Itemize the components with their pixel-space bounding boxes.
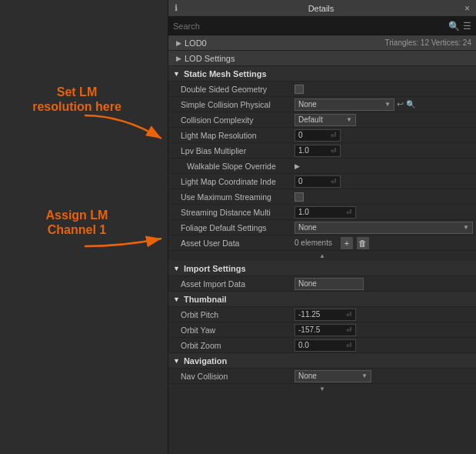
light-map-resolution-spin-icon: ⏎ <box>331 132 337 139</box>
foliage-default-row: Foliage Default Settings None ▼ <box>168 220 476 235</box>
asset-user-data-remove-button[interactable]: 🗑 <box>357 237 369 249</box>
panel-title: Details <box>308 4 335 13</box>
streaming-distance-value: 1.0 ⏎ <box>295 206 473 219</box>
simple-collision-dropdown-arrow-icon: ▼ <box>384 101 391 108</box>
orbit-yaw-spin-icon: ⏎ <box>346 326 352 334</box>
search-input[interactable] <box>173 22 445 31</box>
streaming-distance-input[interactable]: 1.0 ⏎ <box>295 206 356 219</box>
double-sided-geometry-row: Double Sided Geometry <box>168 82 476 97</box>
lpv-bias-multiplier-row: Lpv Bias Multiplier 1.0 ⏎ <box>168 143 476 159</box>
foliage-default-dropdown[interactable]: None ▼ <box>295 222 473 234</box>
triangle-info: Triangles: 12 Vertices: 24 <box>385 38 471 47</box>
light-map-coordinate-spin-icon: ⏎ <box>331 178 337 185</box>
orbit-pitch-row: Orbit Pitch -11.25 ⏎ <box>168 307 476 322</box>
collision-complexity-row: Collision Complexity Default ▼ <box>168 112 476 128</box>
light-map-coordinate-num: 0 <box>298 177 303 185</box>
thumbnail-arrow-icon: ▼ <box>173 295 180 303</box>
lod0-arrow-icon: ▶ <box>176 39 181 47</box>
orbit-zoom-label: Orbit Zoom <box>171 341 295 350</box>
double-sided-geometry-value <box>295 85 473 94</box>
nav-collision-row: Nav Collision None ▼ <box>168 369 476 384</box>
asset-user-data-add-button[interactable]: + <box>341 237 353 249</box>
lod0-header[interactable]: ▶ LOD0 Triangles: 12 Vertices: 24 <box>168 35 476 51</box>
simple-collision-physical-label: Simple Collision Physical <box>171 100 295 109</box>
light-map-coordinate-input[interactable]: 0 ⏎ <box>295 175 341 188</box>
walkable-slope-row[interactable]: Walkable Slope Override ▶ <box>168 159 476 174</box>
asset-import-data-dropdown[interactable]: None <box>295 278 364 290</box>
annotation-panel: Set LMresolution here Assign LMChannel 1 <box>0 0 168 454</box>
simple-collision-physical-row: Simple Collision Physical None ▼ ↩ 🔍 <box>168 97 476 112</box>
collision-complexity-dropdown[interactable]: Default ▼ <box>295 114 356 126</box>
light-map-resolution-label: Light Map Resolution <box>171 131 295 140</box>
orbit-pitch-input[interactable]: -11.25 ⏎ <box>295 309 356 321</box>
streaming-distance-label: Streaming Distance Multi <box>171 208 295 217</box>
import-settings-header[interactable]: ▼ Import Settings <box>168 261 476 276</box>
asset-user-data-label: Asset User Data <box>171 239 295 248</box>
simple-collision-dropdown-value: None <box>298 100 317 108</box>
static-mesh-settings-header[interactable]: ▼ Static Mesh Settings <box>168 66 476 82</box>
collision-complexity-dropdown-value: Default <box>298 115 323 124</box>
orbit-yaw-label: Orbit Yaw <box>171 325 295 335</box>
light-map-resolution-value: 0 ⏎ <box>295 129 473 142</box>
use-maximum-streaming-checkbox[interactable] <box>295 192 304 202</box>
import-settings-arrow-icon: ▼ <box>173 265 180 272</box>
static-mesh-settings-label: Static Mesh Settings <box>184 69 267 78</box>
lpv-bias-multiplier-num: 1.0 <box>298 146 309 155</box>
expand-down-icon: ▼ <box>319 386 325 392</box>
lpv-bias-multiplier-value: 1.0 ⏎ <box>295 145 473 157</box>
orbit-zoom-row: Orbit Zoom 0.0 ⏎ <box>168 338 476 353</box>
thumbnail-label: Thumbnail <box>184 295 227 304</box>
lpv-bias-spin-icon: ⏎ <box>331 147 337 155</box>
asset-import-data-value: None <box>295 278 473 290</box>
search-bar: 🔍 ☰ <box>168 17 476 35</box>
lpv-bias-multiplier-input[interactable]: 1.0 ⏎ <box>295 145 341 157</box>
use-maximum-streaming-row: Use Maximum Streaming <box>168 189 476 205</box>
light-map-resolution-row: Light Map Resolution 0 ⏎ <box>168 128 476 143</box>
orbit-zoom-value: 0.0 ⏎ <box>295 339 473 352</box>
simple-collision-reset-icon[interactable]: ↩ <box>397 99 404 109</box>
double-sided-geometry-checkbox[interactable] <box>295 85 304 94</box>
collision-complexity-dropdown-arrow-icon: ▼ <box>346 116 352 123</box>
orbit-pitch-label: Orbit Pitch <box>171 310 295 319</box>
lpv-bias-multiplier-label: Lpv Bias Multiplier <box>171 146 295 155</box>
walkable-slope-label: Walkable Slope Override <box>171 162 295 171</box>
orbit-pitch-num: -11.25 <box>298 310 320 319</box>
light-map-coordinate-row: Light Map Coordinate Inde 0 ⏎ <box>168 174 476 189</box>
navigation-header[interactable]: ▼ Navigation <box>168 353 476 369</box>
thumbnail-header[interactable]: ▼ Thumbnail <box>168 292 476 307</box>
orbit-zoom-spin-icon: ⏎ <box>346 342 352 349</box>
nav-collision-dropdown[interactable]: None ▼ <box>295 370 371 382</box>
orbit-yaw-row: Orbit Yaw -157.5 ⏎ <box>168 322 476 338</box>
orbit-yaw-value: -157.5 ⏎ <box>295 324 473 336</box>
use-maximum-streaming-value <box>295 192 473 202</box>
close-button[interactable]: × <box>464 3 470 14</box>
orbit-yaw-num: -157.5 <box>298 325 320 334</box>
double-sided-geometry-label: Double Sided Geometry <box>171 85 295 94</box>
import-settings-label: Import Settings <box>184 264 246 273</box>
simple-collision-dropdown[interactable]: None ▼ <box>295 98 394 111</box>
simple-collision-search-icon[interactable]: 🔍 <box>406 100 415 108</box>
scroll-up-icon: ▲ <box>319 252 325 259</box>
walkable-slope-arrow-icon: ▶ <box>295 162 300 170</box>
light-map-resolution-input[interactable]: 0 ⏎ <box>295 129 341 142</box>
orbit-zoom-num: 0.0 <box>298 341 309 349</box>
filter-icon[interactable]: ☰ <box>463 21 471 32</box>
orbit-yaw-input[interactable]: -157.5 ⏎ <box>295 324 356 336</box>
orbit-zoom-input[interactable]: 0.0 ⏎ <box>295 339 356 352</box>
sms-arrow-icon: ▼ <box>173 70 180 78</box>
light-map-coordinate-label: Light Map Coordinate Inde <box>171 177 295 186</box>
collision-complexity-label: Collision Complexity <box>171 115 295 125</box>
asset-import-data-row: Asset Import Data None <box>168 276 476 292</box>
lm-channel-arrow <box>77 223 169 262</box>
search-icon[interactable]: 🔍 <box>448 21 460 32</box>
bottom-indicator: ▼ <box>168 384 476 394</box>
asset-user-data-count: 0 elements <box>295 239 332 247</box>
asset-import-data-dropdown-value: None <box>298 279 317 288</box>
nav-collision-arrow-icon: ▼ <box>361 372 368 379</box>
lod-settings-arrow-icon: ▶ <box>176 55 181 62</box>
foliage-default-dropdown-value: None <box>298 223 317 232</box>
lod-settings-header[interactable]: ▶ LOD Settings <box>168 51 476 66</box>
light-map-resolution-num: 0 <box>298 131 303 139</box>
foliage-default-arrow-icon: ▼ <box>463 224 469 231</box>
asset-user-data-row: Asset User Data 0 elements + 🗑 <box>168 235 476 251</box>
